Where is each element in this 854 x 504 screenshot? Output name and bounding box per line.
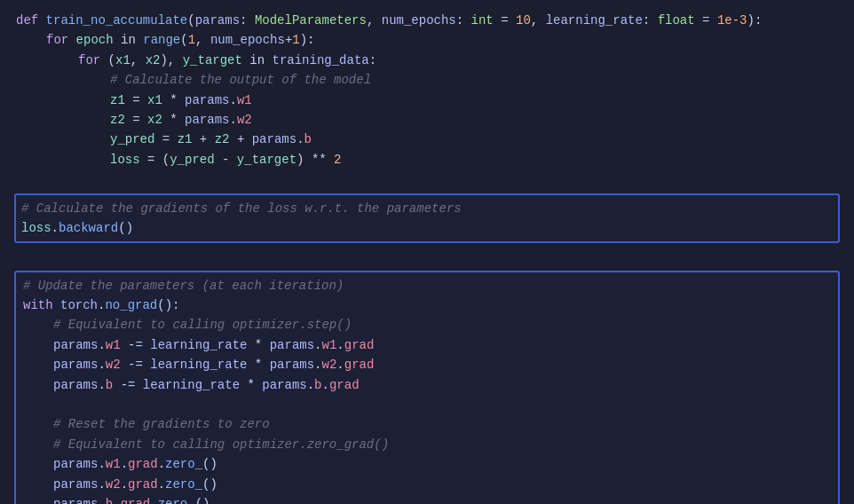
parens2: (): [157,295,179,315]
parens4: () [202,475,217,494]
func-name: train_no_accumulate [46,11,188,30]
method-zero3: zero [158,494,195,504]
keyword-def: def [16,11,46,30]
attr-w1: w1 [237,91,252,110]
mul1: * [162,91,185,110]
attr-w2: w2 [237,110,252,130]
type-model: ModelParameters [255,11,367,30]
keyword-for2: for [78,51,108,70]
code-line-19: params.w1.grad.zero_() [21,454,833,474]
comma3: , [195,30,210,50]
dot18: . [98,475,105,494]
method-nograd: no_grad [105,295,157,315]
var-z2: z2 [110,110,125,130]
var-z1b: z1 [178,130,193,149]
var-lr2: learning_rate [150,355,247,374]
code-line-17: # Reset the gradients to zero [21,414,833,434]
attr-grad6: grad [121,494,151,504]
var-params8: params [53,375,98,395]
dot4: . [51,218,59,238]
attr-grad4: grad [128,454,158,474]
highlight-box-gradients: # Calculate the gradients of the loss w.… [14,193,840,244]
var-params11: params [53,475,98,494]
plus1: + [285,30,292,50]
paren5: ), [160,51,182,70]
code-line-11: # Update the parameters (at each iterati… [21,276,833,295]
code-line-5: z1 = x1 * params.w1 [14,91,840,110]
dot6: . [98,335,105,355]
paren2: ( [180,30,187,50]
eq4: = [125,110,147,130]
var-params5: params [270,335,314,355]
paren-open: ( [187,11,194,30]
attr-grad3: grad [329,375,360,395]
eq2: = [695,11,717,30]
code-line-18: # Equivalent to calling optimizer.zero_g… [21,435,833,454]
dot7: . [314,335,321,355]
var-x2: x2 [146,51,161,70]
dot1: . [229,91,236,110]
func-range: range [143,30,180,50]
var-x1: x1 [115,51,130,70]
var-ytarget: y_target [183,51,242,70]
var-loss: loss [110,150,140,169]
parens3: () [202,454,217,474]
dot13: . [307,375,314,395]
code-line-12: with torch.no_grad(): [21,295,833,315]
colon3: : [643,11,658,30]
var-ypred2: y_pred [170,150,214,169]
blank-line-1 [14,169,840,189]
plus3: + [229,130,251,149]
comment-2: # Calculate the gradients of the loss w.… [21,199,462,218]
var-training: training_data [273,51,369,70]
var-params6: params [53,355,98,374]
var-params2: params [185,110,229,130]
attr-grad1: grad [344,335,375,355]
code-line-16: params.b -= learning_rate * params.b.gra… [21,375,833,395]
minuseq2: -= [121,355,151,374]
eq5: = [154,130,177,149]
var-z1: z1 [110,91,125,110]
code-line-2: for epoch in range(1, num_epochs+1): [14,30,840,50]
plus2: + [192,130,214,149]
mul2: * [162,110,185,130]
attr-w1d: w1 [106,454,121,474]
attr-w2b: w2 [106,355,121,374]
comma4: , [130,51,146,70]
var-x2b: x2 [147,110,162,130]
param-lr: learning_rate [546,11,643,30]
attr-b: b [304,130,312,149]
attr-b2: b [106,375,113,395]
type-int: int [471,11,494,30]
comment-4: # Equivalent to calling optimizer.step() [53,315,352,335]
keyword-with: with [23,295,60,315]
eq6: = ( [140,150,170,169]
colon4: : [369,51,376,70]
dot17: . [158,454,165,474]
eq1: = [494,11,516,30]
code-line-7: y_pred = z1 + z2 + params.b [14,130,840,149]
val-1: 1 [188,30,195,50]
dot11: . [336,355,344,374]
var-params9: params [262,375,306,395]
dot2: . [229,110,236,130]
method-backward: backward [59,218,118,238]
paren4: ( [108,51,115,70]
code-line-3: for (x1, x2), y_target in training_data: [14,51,840,70]
dot20: . [158,475,165,494]
dot14: . [322,375,329,395]
var-z2b: z2 [215,130,230,149]
dot19: . [121,475,128,494]
var-params10: params [53,454,98,474]
code-line-14: params.w1 -= learning_rate * params.w1.g… [21,335,833,355]
attr-w2c: w2 [322,355,337,374]
minuseq3: -= [113,375,143,395]
minuseq1: -= [121,335,151,355]
mul4: * [247,355,269,374]
code-line-20: params.w2.grad.zero_() [21,475,833,494]
dot15: . [98,454,105,474]
val-10: 10 [516,11,531,30]
dot9: . [98,355,105,374]
comment-3: # Update the parameters (at each iterati… [23,276,344,295]
paren-close: ): [747,11,763,30]
